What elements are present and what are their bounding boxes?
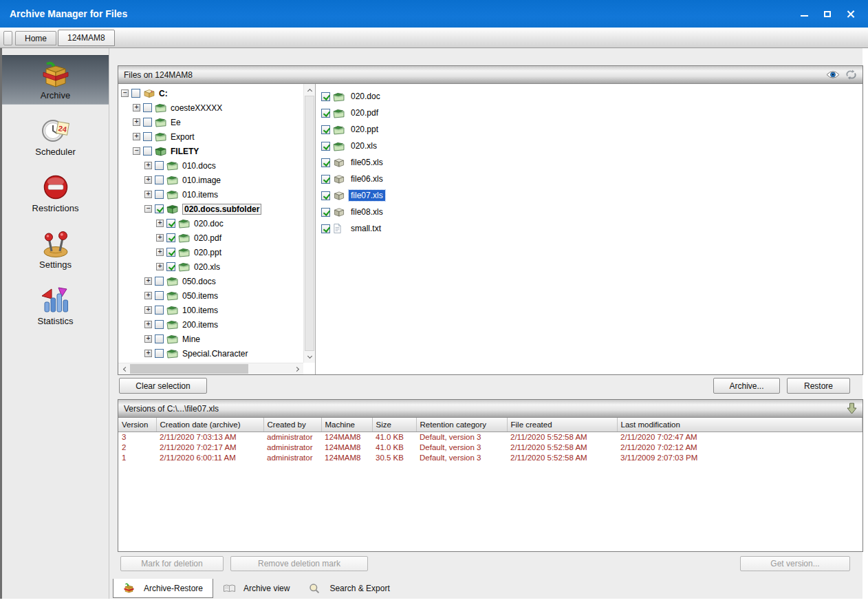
expand-icon[interactable]: + bbox=[144, 292, 152, 299]
scroll-right-icon[interactable] bbox=[292, 363, 303, 375]
checkbox[interactable] bbox=[155, 190, 164, 199]
checkbox[interactable] bbox=[321, 92, 330, 101]
file-item-file06.xls[interactable]: file06.xls bbox=[321, 171, 857, 187]
file-item-file07.xls[interactable]: file07.xls bbox=[321, 187, 857, 204]
collapse-icon[interactable]: − bbox=[133, 147, 140, 155]
column-header-last-modification[interactable]: Last modification bbox=[617, 418, 862, 432]
checkbox[interactable] bbox=[321, 208, 330, 217]
checkbox[interactable] bbox=[155, 334, 164, 343]
tree-vertical-scrollbar[interactable] bbox=[303, 84, 315, 363]
sidebar-item-scheduler[interactable]: 24Scheduler bbox=[2, 111, 109, 161]
checkbox[interactable] bbox=[166, 248, 175, 257]
expand-icon[interactable]: + bbox=[156, 234, 164, 242]
tree-item-zero[interactable]: +zero bbox=[121, 361, 303, 362]
bottom-tab-search-export[interactable]: Search & Export bbox=[299, 579, 399, 598]
sidebar-item-statistics[interactable]: Statistics bbox=[2, 281, 109, 330]
checkbox[interactable] bbox=[321, 224, 330, 233]
file-item-020.pdf[interactable]: 020.pdf bbox=[321, 105, 857, 121]
refresh-icon[interactable] bbox=[845, 70, 857, 80]
checkbox[interactable] bbox=[155, 204, 164, 213]
checkbox[interactable] bbox=[321, 158, 330, 167]
restore-button[interactable]: Restore bbox=[787, 378, 850, 394]
tree-item-Export[interactable]: +Export bbox=[121, 129, 303, 144]
expand-icon[interactable]: + bbox=[133, 118, 140, 126]
column-header-created-by[interactable]: Created by bbox=[263, 418, 321, 432]
tree-item-050.items[interactable]: +050.items bbox=[121, 288, 303, 303]
sidebar-item-restrictions[interactable]: Restrictions bbox=[2, 168, 109, 217]
expand-icon[interactable]: + bbox=[133, 133, 140, 140]
checkbox[interactable] bbox=[321, 191, 330, 200]
checkbox[interactable] bbox=[321, 125, 330, 134]
version-row[interactable]: 22/11/2020 7:02:17 AMadministrator124MAM… bbox=[118, 442, 862, 452]
expand-icon[interactable]: + bbox=[144, 277, 152, 285]
tree-item-050.docs[interactable]: +050.docs bbox=[121, 274, 303, 288]
tree-item-020.pdf[interactable]: +020.pdf bbox=[121, 231, 303, 245]
file-item-file05.xls[interactable]: file05.xls bbox=[321, 154, 857, 171]
column-header-file-created[interactable]: File created bbox=[507, 418, 617, 432]
tree-item-C:[interactable]: −C: bbox=[121, 86, 303, 100]
eye-icon[interactable] bbox=[826, 70, 840, 79]
down-arrow-icon[interactable] bbox=[847, 403, 857, 414]
checkbox[interactable] bbox=[321, 109, 330, 118]
expand-icon[interactable]: + bbox=[144, 176, 152, 184]
file-item-file08.xls[interactable]: file08.xls bbox=[321, 204, 857, 220]
column-header-creation-date-archive-[interactable]: Creation date (archive) bbox=[156, 418, 263, 432]
checkbox[interactable] bbox=[166, 233, 175, 242]
checkbox[interactable] bbox=[321, 175, 330, 184]
tree-item-010.image[interactable]: +010.image bbox=[121, 173, 303, 187]
checkbox[interactable] bbox=[155, 306, 164, 315]
column-header-retention-category[interactable]: Retention category bbox=[416, 418, 507, 432]
checkbox[interactable] bbox=[143, 147, 152, 156]
checkbox[interactable] bbox=[166, 262, 175, 271]
tree-item-020.xls[interactable]: +020.xls bbox=[121, 259, 303, 274]
expand-icon[interactable]: + bbox=[156, 263, 164, 270]
tab-124mam8[interactable]: 124MAM8 bbox=[58, 30, 115, 46]
version-row[interactable]: 12/11/2020 6:00:11 AMadministrator124MAM… bbox=[118, 452, 862, 462]
tree-item-020.ppt[interactable]: +020.ppt bbox=[121, 245, 303, 259]
maximize-icon[interactable] bbox=[823, 10, 832, 18]
column-header-size[interactable]: Size bbox=[372, 418, 416, 432]
tree-item-010.items[interactable]: +010.items bbox=[121, 187, 303, 202]
horizontal-scrollbar-thumb[interactable] bbox=[130, 364, 248, 374]
sidebar-item-archive[interactable]: Archive bbox=[2, 55, 109, 105]
file-item-small.txt[interactable]: small.txt bbox=[321, 220, 857, 237]
file-item-020.doc[interactable]: 020.doc bbox=[321, 88, 857, 105]
clear-selection-button[interactable]: Clear selection bbox=[119, 378, 207, 394]
sidebar-item-settings[interactable]: Settings bbox=[2, 224, 109, 274]
tree-item-020.doc[interactable]: +020.doc bbox=[121, 216, 303, 231]
tree-item-Ee[interactable]: +Ee bbox=[121, 115, 303, 129]
checkbox[interactable] bbox=[143, 132, 152, 141]
tree-item-FILETY[interactable]: −FILETY bbox=[121, 144, 303, 158]
expand-icon[interactable]: + bbox=[144, 191, 152, 198]
checkbox[interactable] bbox=[155, 161, 164, 170]
file-item-020.ppt[interactable]: 020.ppt bbox=[321, 121, 857, 138]
bottom-tab-archive-restore[interactable]: Archive-Restore bbox=[113, 579, 213, 598]
tree-item-020.docs.subfolder[interactable]: −020.docs.subfolder bbox=[121, 202, 303, 216]
expand-icon[interactable]: + bbox=[144, 350, 152, 357]
checkbox[interactable] bbox=[143, 118, 152, 127]
checkbox[interactable] bbox=[166, 219, 175, 228]
column-header-version[interactable]: Version bbox=[118, 418, 156, 432]
tab-stub[interactable] bbox=[3, 31, 12, 45]
collapse-icon[interactable]: − bbox=[121, 89, 129, 97]
expand-icon[interactable]: + bbox=[133, 104, 140, 111]
tab-home[interactable]: Home bbox=[15, 31, 56, 45]
column-header-machine[interactable]: Machine bbox=[321, 418, 372, 432]
expand-icon[interactable]: + bbox=[156, 220, 164, 227]
expand-icon[interactable]: + bbox=[144, 321, 152, 328]
file-item-020.xls[interactable]: 020.xls bbox=[321, 138, 857, 154]
vertical-scrollbar-thumb[interactable] bbox=[305, 96, 314, 351]
tree-item-Mine[interactable]: +Mine bbox=[121, 332, 303, 346]
checkbox[interactable] bbox=[131, 89, 140, 98]
scroll-left-icon[interactable] bbox=[118, 363, 130, 375]
expand-icon[interactable]: + bbox=[144, 306, 152, 314]
checkbox[interactable] bbox=[155, 175, 164, 184]
checkbox[interactable] bbox=[321, 142, 330, 151]
version-row[interactable]: 32/11/2020 7:03:13 AMadministrator124MAM… bbox=[118, 432, 862, 442]
expand-icon[interactable]: + bbox=[156, 248, 164, 256]
tree-item-100.items[interactable]: +100.items bbox=[121, 303, 303, 317]
scroll-down-icon[interactable] bbox=[304, 351, 316, 363]
checkbox[interactable] bbox=[155, 320, 164, 329]
scroll-up-icon[interactable] bbox=[304, 84, 316, 96]
checkbox[interactable] bbox=[143, 103, 152, 112]
